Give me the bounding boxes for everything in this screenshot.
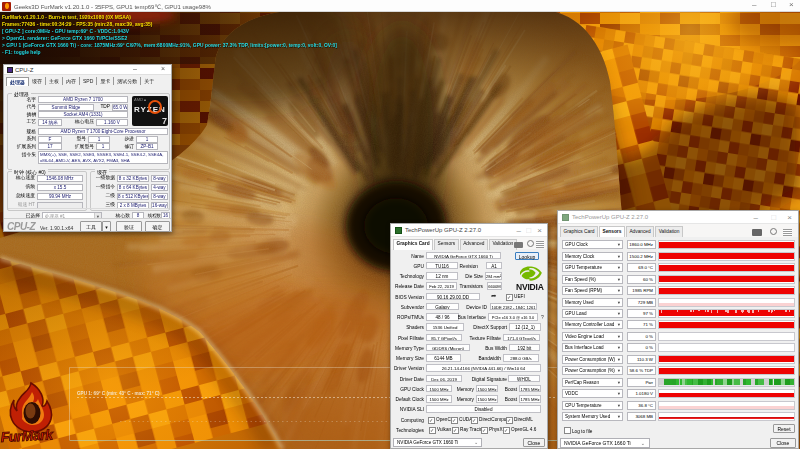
svg-text:NVIDIA: NVIDIA bbox=[516, 282, 544, 292]
svg-text:FurMark: FurMark bbox=[0, 426, 54, 445]
